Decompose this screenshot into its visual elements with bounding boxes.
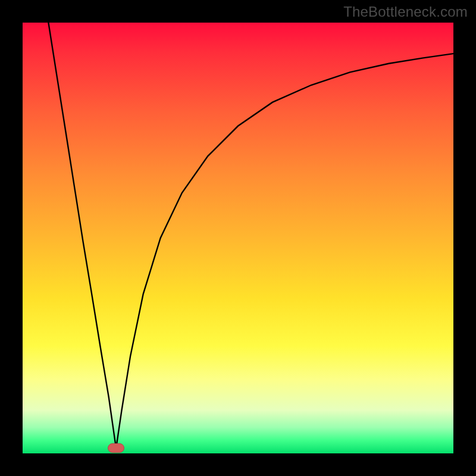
bottleneck-marker xyxy=(108,443,124,453)
chart-frame: TheBottleneck.com xyxy=(0,0,476,476)
plot-area xyxy=(23,23,453,453)
curve-layer xyxy=(23,23,453,453)
bottleneck-curve-right xyxy=(116,54,453,448)
bottleneck-curve-left xyxy=(48,23,116,448)
watermark-text: TheBottleneck.com xyxy=(343,4,468,20)
